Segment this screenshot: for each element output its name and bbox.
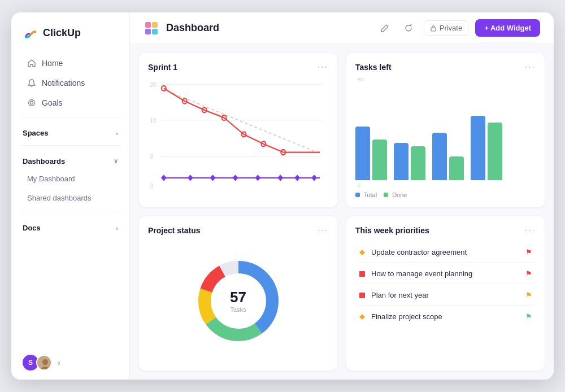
private-label: Private <box>440 24 462 32</box>
priority-item-3[interactable]: Finalize project scope ⚑ <box>355 307 536 326</box>
shared-dashboards-label: Shared dashboards <box>27 194 91 202</box>
dashboard-grid-icon <box>144 20 159 36</box>
bell-icon <box>27 79 36 88</box>
app-shell: ClickUp Home Notifications <box>11 12 554 380</box>
svg-marker-43 <box>359 314 365 320</box>
sidebar-nav: Home Notifications Goals Spaces › <box>11 51 129 346</box>
sidebar-item-goals-label: Goals <box>42 98 63 107</box>
priority-item-2[interactable]: Plan for next year ⚑ <box>355 285 536 306</box>
priority-dot-1 <box>359 271 366 277</box>
edit-icon <box>380 24 389 33</box>
priorities-title: This week priorities <box>355 226 429 235</box>
priority-flag-0: ⚑ <box>525 248 532 256</box>
priority-item-0[interactable]: Update contractor agreement ⚑ <box>355 242 536 263</box>
home-icon <box>27 59 36 68</box>
bar-total-2 <box>394 143 408 180</box>
priority-label-1: How to manage event planning <box>371 269 472 278</box>
priority-dot-2 <box>359 292 366 299</box>
priority-item-1[interactable]: How to manage event planning ⚑ <box>355 264 536 284</box>
priorities-widget: This week priorities ··· Update contract… <box>346 216 545 371</box>
svg-point-3 <box>42 359 48 365</box>
sidebar-section-dashboards-label: Dashboards <box>23 157 65 165</box>
bar-total-4 <box>471 116 485 180</box>
bar-chart-max: 50 <box>355 77 536 82</box>
sidebar-item-notifications[interactable]: Notifications <box>16 73 125 93</box>
legend-total: Total <box>355 191 377 198</box>
tasks-left-title: Tasks left <box>355 63 392 72</box>
topbar-title: Dashboard <box>166 22 219 34</box>
svg-marker-30 <box>277 175 283 181</box>
svg-point-17 <box>162 86 166 91</box>
bar-total-3 <box>432 133 447 180</box>
sidebar-section-spaces-label: Spaces <box>23 129 49 137</box>
private-btn[interactable]: Private <box>424 20 468 36</box>
tasks-left-widget: Tasks left ··· 50 <box>346 53 545 207</box>
svg-text:10: 10 <box>150 117 156 124</box>
svg-rect-6 <box>152 22 158 28</box>
footer-chevron: ∨ <box>56 359 61 367</box>
sidebar-divider-2 <box>20 145 120 146</box>
sidebar-item-home-label: Home <box>42 59 63 68</box>
tasks-left-header: Tasks left ··· <box>355 62 536 72</box>
priority-label-2: Plan for next year <box>371 291 429 299</box>
tasks-left-menu[interactable]: ··· <box>525 62 536 72</box>
svg-text:20: 20 <box>150 82 156 89</box>
sidebar-section-spaces[interactable]: Spaces › <box>11 122 129 141</box>
svg-rect-9 <box>431 28 436 31</box>
sidebar-footer[interactable]: S ∨ <box>11 346 129 380</box>
bar-area <box>355 85 536 182</box>
sprint-widget-menu[interactable]: ··· <box>318 62 328 72</box>
svg-rect-41 <box>359 271 365 277</box>
svg-marker-32 <box>311 175 317 181</box>
bar-legend: Total Done <box>355 191 536 198</box>
topbar: Dashboard Private <box>130 12 554 44</box>
dashboard-grid: Sprint 1 ··· 20 10 0 <box>130 44 554 380</box>
sidebar-section-docs[interactable]: Docs › <box>11 217 129 236</box>
sidebar-item-home[interactable]: Home <box>16 54 125 73</box>
sidebar-divider-3 <box>20 212 120 212</box>
donut-area: 57 Tasks <box>148 240 328 361</box>
bar-chart: 50 <box>355 77 536 198</box>
bar-chart-zero: 0 <box>355 182 536 188</box>
priority-flag-2: ⚑ <box>525 291 532 299</box>
bar-group-1 <box>355 127 387 180</box>
user-avatar-svg <box>37 356 52 371</box>
sidebar-item-goals[interactable]: Goals <box>16 93 125 112</box>
project-status-widget: Project status ··· <box>139 216 337 371</box>
refresh-icon-btn[interactable] <box>400 20 417 37</box>
project-status-title: Project status <box>148 226 201 235</box>
app-name: ClickUp <box>43 27 81 39</box>
svg-rect-8 <box>152 29 158 34</box>
project-status-menu[interactable]: ··· <box>318 225 328 236</box>
priorities-header: This week priorities ··· <box>355 225 536 236</box>
edit-icon-btn[interactable] <box>376 20 393 37</box>
sidebar-item-notifications-label: Notifications <box>42 79 85 88</box>
svg-marker-25 <box>161 175 167 181</box>
priorities-menu[interactable]: ··· <box>525 225 536 236</box>
svg-text:0: 0 <box>150 182 153 189</box>
add-widget-button[interactable]: + Add Widget <box>475 19 540 37</box>
svg-marker-31 <box>294 175 300 181</box>
svg-point-1 <box>31 102 33 104</box>
sprint-chart-svg: 20 10 0 <box>148 77 328 198</box>
priorities-list: Update contractor agreement ⚑ How to man… <box>355 242 536 361</box>
logo[interactable]: ClickUp <box>11 12 129 51</box>
svg-line-16 <box>164 90 320 154</box>
priority-label-3: Finalize project scope <box>371 312 442 321</box>
svg-rect-7 <box>145 29 151 34</box>
sidebar-section-dashboards[interactable]: Dashboards ∨ <box>11 150 129 169</box>
svg-marker-28 <box>233 175 238 181</box>
sidebar-item-shared-dashboards[interactable]: Shared dashboards <box>16 189 125 207</box>
lock-icon <box>430 25 437 32</box>
bar-total-1 <box>355 127 370 180</box>
avatar-img <box>36 355 52 371</box>
sidebar: ClickUp Home Notifications <box>11 12 130 380</box>
priority-label-0: Update contractor agreement <box>371 248 467 256</box>
sprint-chart: 20 10 0 <box>148 77 328 198</box>
sidebar-item-my-dashboard[interactable]: My Dashboard <box>16 169 125 188</box>
sprint-widget-title: Sprint 1 <box>148 63 177 72</box>
donut-center: 57 Tasks <box>230 289 246 313</box>
svg-rect-42 <box>359 293 365 298</box>
sprint-widget-header: Sprint 1 ··· <box>148 62 328 72</box>
sidebar-divider-1 <box>20 117 120 117</box>
